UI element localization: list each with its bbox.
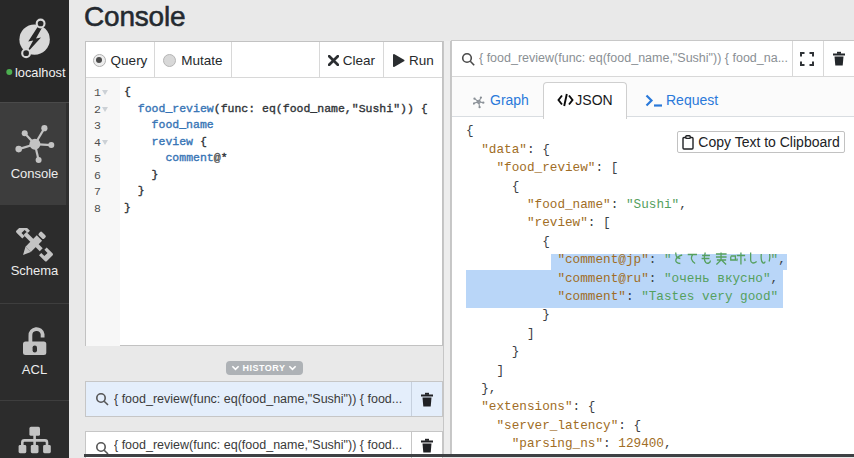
svg-text:localhost: localhost <box>15 65 66 80</box>
